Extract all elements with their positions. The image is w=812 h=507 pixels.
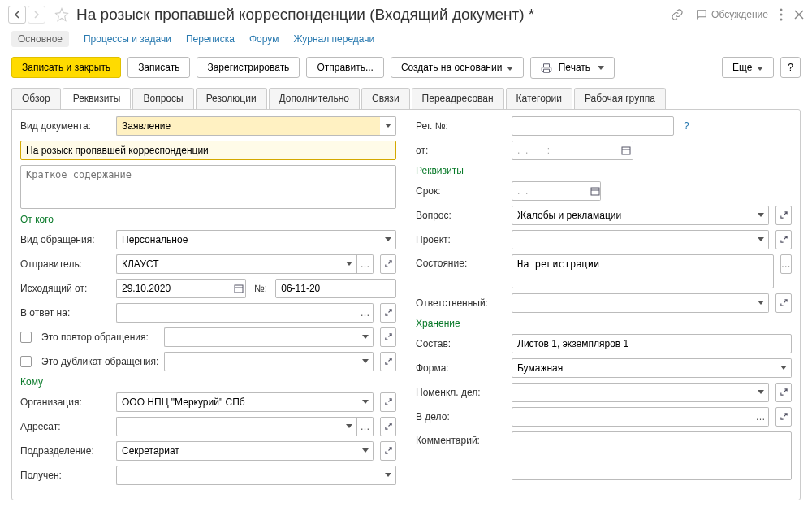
state-select-button[interactable]: … bbox=[780, 254, 792, 274]
description-textarea[interactable] bbox=[20, 165, 396, 209]
send-button[interactable]: Отправить... bbox=[306, 57, 384, 78]
tab-questions[interactable]: Вопросы bbox=[132, 88, 193, 109]
save-close-button[interactable]: Записать и закрыть bbox=[11, 57, 121, 78]
tab-resolutions[interactable]: Резолюции bbox=[196, 88, 267, 109]
more-button[interactable]: Еще bbox=[722, 57, 774, 78]
row-org: Организация: bbox=[20, 392, 396, 412]
received-input[interactable] bbox=[116, 466, 380, 485]
reply-to-input[interactable] bbox=[116, 303, 357, 323]
from-date-input[interactable] bbox=[512, 141, 620, 160]
help-button[interactable]: ? bbox=[780, 57, 801, 78]
reply-to-open-button[interactable] bbox=[380, 303, 396, 323]
repeat-dropdown-icon[interactable] bbox=[357, 327, 374, 347]
received-dropdown-icon[interactable] bbox=[380, 466, 396, 485]
kebab-icon[interactable] bbox=[780, 8, 783, 21]
subnav-mail[interactable]: Переписка bbox=[186, 33, 235, 45]
form-input[interactable] bbox=[512, 358, 775, 378]
nomencl-input[interactable] bbox=[512, 383, 753, 402]
tab-overview[interactable]: Обзор bbox=[11, 88, 61, 109]
register-button[interactable]: Зарегистрировать bbox=[197, 57, 300, 78]
repeat-input[interactable] bbox=[164, 327, 357, 347]
repeat-open-button[interactable] bbox=[380, 327, 396, 347]
deadline-calendar-icon[interactable] bbox=[590, 181, 601, 201]
addressee-input[interactable] bbox=[116, 417, 341, 436]
project-dropdown-icon[interactable] bbox=[753, 230, 769, 249]
department-dropdown-icon[interactable] bbox=[357, 441, 374, 461]
tab-categories[interactable]: Категории bbox=[506, 88, 572, 109]
composition-label: Состав: bbox=[416, 338, 507, 349]
duplicate-dropdown-icon[interactable] bbox=[357, 352, 374, 371]
state-label: Состояние: bbox=[416, 254, 507, 269]
subnav-forum[interactable]: Форум bbox=[249, 33, 279, 45]
org-open-button[interactable] bbox=[380, 392, 396, 412]
reply-to-select-icon[interactable] bbox=[357, 303, 374, 323]
create-based-button[interactable]: Создать на основании bbox=[391, 57, 525, 78]
subnav-journal[interactable]: Журнал передачи bbox=[293, 33, 374, 45]
responsible-open-button[interactable] bbox=[775, 293, 792, 313]
tab-additional[interactable]: Дополнительно bbox=[269, 88, 360, 109]
close-icon[interactable] bbox=[794, 10, 804, 20]
row-composition: Состав: bbox=[416, 334, 792, 353]
sender-input[interactable] bbox=[116, 254, 341, 274]
reg-no-help-icon[interactable]: ? bbox=[684, 120, 689, 132]
svg-point-1 bbox=[780, 14, 783, 16]
appeal-type-dropdown-icon[interactable] bbox=[380, 230, 396, 249]
tab-links[interactable]: Связи bbox=[361, 88, 410, 109]
save-button[interactable]: Записать bbox=[127, 57, 190, 78]
project-input[interactable] bbox=[512, 230, 753, 249]
addressee-dropdown-icon[interactable] bbox=[341, 417, 357, 436]
deadline-input[interactable] bbox=[512, 181, 590, 201]
to-case-input[interactable] bbox=[512, 407, 753, 427]
project-open-button[interactable] bbox=[775, 230, 792, 249]
form-dropdown-icon[interactable] bbox=[775, 358, 792, 378]
from-date-calendar-icon[interactable] bbox=[620, 141, 633, 160]
nav-forward-button[interactable] bbox=[28, 6, 45, 24]
to-case-open-button[interactable] bbox=[775, 407, 792, 427]
link-icon[interactable] bbox=[671, 8, 684, 21]
subnav-processes[interactable]: Процессы и задачи bbox=[84, 33, 171, 45]
outgoing-date-calendar-icon[interactable] bbox=[232, 279, 246, 298]
state-textarea[interactable]: На регистрации bbox=[512, 254, 774, 288]
nav-back-button[interactable] bbox=[8, 6, 26, 24]
nomencl-dropdown-icon[interactable] bbox=[753, 383, 769, 402]
doc-type-input[interactable] bbox=[116, 116, 380, 136]
responsible-input[interactable] bbox=[512, 293, 753, 313]
addressee-open-button[interactable] bbox=[380, 417, 396, 436]
question-input[interactable] bbox=[512, 206, 753, 225]
sender-open-button[interactable] bbox=[380, 254, 396, 274]
reg-no-input[interactable] bbox=[512, 116, 674, 136]
duplicate-checkbox[interactable] bbox=[20, 356, 32, 367]
question-dropdown-icon[interactable] bbox=[753, 206, 769, 225]
out-no-input[interactable] bbox=[275, 279, 396, 298]
discuss-button[interactable]: Обсуждение bbox=[695, 8, 768, 21]
print-button[interactable]: Печать bbox=[530, 57, 615, 79]
repeat-checkbox[interactable] bbox=[20, 332, 32, 343]
sender-dropdown-icon[interactable] bbox=[341, 254, 357, 274]
subject-input[interactable] bbox=[20, 141, 396, 160]
tab-readdressed[interactable]: Переадресован bbox=[412, 88, 504, 109]
left-column: Вид документа: От кого Вид обращения: От… bbox=[20, 116, 396, 490]
question-open-button[interactable] bbox=[775, 206, 792, 225]
favorite-icon[interactable] bbox=[52, 5, 71, 24]
nomencl-open-button[interactable] bbox=[775, 383, 792, 402]
appeal-type-input[interactable] bbox=[116, 230, 380, 249]
sender-select-icon[interactable] bbox=[357, 254, 374, 274]
outgoing-date-input[interactable] bbox=[116, 279, 232, 298]
subnav-main[interactable]: Основное bbox=[11, 31, 69, 47]
tab-requisites[interactable]: Реквизиты bbox=[63, 88, 132, 109]
addressee-select-icon[interactable] bbox=[357, 417, 374, 436]
row-comment: Комментарий: bbox=[416, 431, 792, 480]
comment-textarea[interactable] bbox=[512, 431, 792, 480]
duplicate-open-button[interactable] bbox=[380, 352, 396, 371]
tab-workgroup[interactable]: Рабочая группа bbox=[574, 88, 666, 109]
department-open-button[interactable] bbox=[380, 441, 396, 461]
row-duplicate: Это дубликат обращения: bbox=[20, 352, 396, 371]
responsible-dropdown-icon[interactable] bbox=[753, 293, 769, 313]
to-case-select-icon[interactable] bbox=[753, 407, 769, 427]
org-dropdown-icon[interactable] bbox=[357, 392, 374, 412]
composition-input[interactable] bbox=[512, 334, 792, 353]
doc-type-dropdown-icon[interactable] bbox=[380, 116, 396, 136]
org-input[interactable] bbox=[116, 392, 357, 412]
duplicate-input[interactable] bbox=[164, 352, 357, 371]
department-input[interactable] bbox=[116, 441, 357, 461]
